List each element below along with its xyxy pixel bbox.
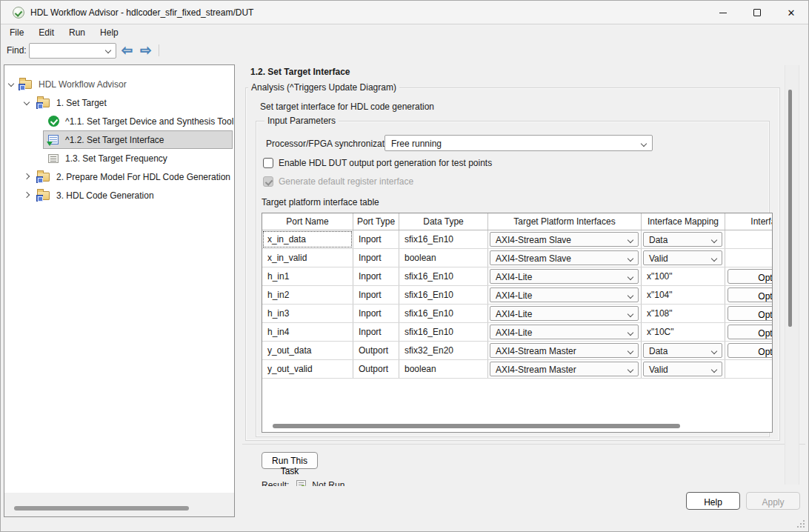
tree-horizontal-scrollbar[interactable] — [4, 493, 234, 516]
mapping-address-cell[interactable]: x"10C" — [642, 323, 725, 341]
task-icon — [48, 154, 59, 163]
interface-select[interactable]: AXI4-Lite — [490, 269, 639, 284]
maximize-icon — [753, 9, 761, 16]
header-interface-mapping: Interface Mapping — [642, 213, 725, 230]
mapping-address-cell[interactable]: x"100" — [642, 267, 725, 285]
header-port-name: Port Name — [262, 213, 353, 230]
interface-select[interactable]: AXI4-Stream Slave — [490, 250, 639, 265]
interface-table-label: Target platform interface table — [262, 197, 379, 207]
interface-options-button[interactable]: Options... — [728, 287, 773, 302]
toolbar-separator — [159, 44, 159, 56]
port-name-cell[interactable]: x_in_valid — [262, 249, 353, 267]
resize-grip[interactable] — [797, 520, 805, 528]
header-data-type: Data Type — [399, 213, 488, 230]
minimize-icon — [719, 13, 727, 13]
table-row: h_in3 Inport sfix16_En10 AXI4-Lite x"108… — [262, 305, 773, 323]
port-name-cell[interactable]: h_in1 — [262, 267, 353, 285]
chevron-down-icon[interactable] — [24, 99, 30, 105]
table-row: h_in4 Inport sfix16_En10 AXI4-Lite x"10C… — [262, 323, 773, 342]
mapping-select[interactable]: Data — [643, 343, 722, 358]
task-passed-icon — [48, 116, 59, 127]
port-name-cell[interactable]: h_in3 — [262, 305, 353, 322]
chevron-down-icon — [641, 141, 647, 147]
data-type-cell: sfix16_En10 — [399, 323, 488, 341]
menu-file[interactable]: File — [2, 24, 31, 41]
mapping-address-cell[interactable]: x"104" — [642, 286, 725, 304]
interface-select[interactable]: AXI4-Lite — [490, 287, 639, 302]
mapping-select[interactable]: Valid — [643, 250, 722, 265]
tree-item-set-target-interface[interactable]: ^1.2. Set Target Interface — [4, 130, 234, 149]
chevron-down-icon[interactable] — [8, 81, 14, 87]
folder-icon — [37, 191, 50, 200]
find-input[interactable] — [29, 43, 116, 59]
port-type-cell: Inport — [353, 249, 399, 267]
run-this-task-button[interactable]: Run This Task — [262, 452, 318, 469]
data-type-cell: boolean — [399, 249, 488, 267]
find-previous-button[interactable]: ⇦ — [121, 41, 133, 60]
menu-edit[interactable]: Edit — [31, 24, 61, 41]
find-next-button[interactable]: ⇨ — [140, 41, 151, 60]
table-row: h_in2 Inport sfix16_En10 AXI4-Lite x"104… — [262, 286, 773, 305]
interface-options-button[interactable]: Options... — [728, 325, 773, 339]
minimize-button[interactable] — [706, 1, 740, 24]
close-icon: ✕ — [788, 8, 796, 18]
mapping-select[interactable]: Data — [643, 232, 722, 247]
interface-select[interactable]: AXI4-Stream Slave — [490, 232, 639, 247]
menu-help[interactable]: Help — [93, 24, 126, 41]
testpoints-checkbox[interactable]: Enable HDL DUT output port generation fo… — [263, 158, 492, 168]
port-type-cell: Inport — [353, 323, 399, 341]
interface-options-button[interactable]: Options... — [728, 269, 773, 284]
header-port-type: Port Type — [353, 213, 399, 230]
tree-item-prepare-model[interactable]: 2. Prepare Model For HDL Code Generation — [4, 167, 234, 186]
not-run-icon — [296, 480, 306, 486]
interface-select[interactable]: AXI4-Lite — [490, 325, 639, 339]
tree-item-set-target-device[interactable]: ^1.1. Set Target Device and Synthesis To… — [4, 112, 234, 130]
scrollbar-thumb[interactable] — [14, 506, 189, 511]
port-name-cell[interactable]: h_in2 — [262, 286, 353, 304]
menu-run[interactable]: Run — [61, 24, 93, 41]
chevron-down-icon — [627, 293, 633, 299]
help-button[interactable]: Help — [686, 492, 740, 510]
mapping-select[interactable]: Valid — [643, 362, 722, 376]
sync-label: Processor/FPGA synchronization: — [266, 139, 399, 149]
interface-options-button[interactable]: Options... — [728, 306, 773, 321]
port-name-cell[interactable]: h_in4 — [262, 323, 353, 341]
table-row: x_in_valid Inport boolean AXI4-Stream Sl… — [262, 249, 773, 267]
mapping-address-cell[interactable]: x"108" — [642, 305, 725, 322]
chevron-down-icon — [105, 47, 111, 53]
sync-dropdown[interactable]: Free running — [384, 135, 653, 151]
scrollbar-thumb[interactable] — [788, 90, 792, 327]
interface-options-button[interactable]: Options... — [728, 343, 773, 358]
table-horizontal-scrollbar[interactable] — [273, 424, 680, 428]
interface-select[interactable]: AXI4-Lite — [490, 306, 639, 321]
maximize-button[interactable] — [740, 1, 774, 24]
interface-select[interactable]: AXI4-Stream Master — [490, 362, 639, 376]
tree-item-set-target-frequency[interactable]: 1.3. Set Target Frequency — [4, 149, 234, 167]
tree-item-set-target[interactable]: 1. Set Target — [4, 93, 234, 112]
folder-icon — [37, 173, 50, 182]
folder-icon — [19, 80, 32, 89]
apply-button[interactable]: Apply — [746, 492, 800, 510]
port-name-cell[interactable]: y_out_data — [262, 342, 353, 359]
port-type-cell: Inport — [353, 267, 399, 285]
menu-bar: File Edit Run Help — [1, 24, 808, 41]
table-row: x_in_data Inport sfix16_En10 AXI4-Stream… — [262, 230, 773, 249]
port-type-cell: Outport — [353, 342, 399, 359]
port-type-cell: Inport — [353, 305, 399, 322]
close-button[interactable]: ✕ — [774, 1, 808, 24]
chevron-right-icon[interactable] — [24, 173, 30, 179]
app-icon — [13, 7, 24, 19]
port-name-cell[interactable]: x_in_data — [262, 230, 353, 248]
chevron-down-icon — [627, 256, 633, 262]
chevron-right-icon[interactable] — [24, 192, 30, 198]
panel-divider — [242, 444, 805, 445]
analysis-legend: Analysis (^Triggers Update Diagram) — [248, 82, 399, 93]
tree-item-hdl-code-generation[interactable]: 3. HDL Code Generation — [4, 186, 234, 205]
register-interface-checkbox[interactable]: Generate default register interface — [263, 176, 413, 187]
chevron-down-icon — [627, 367, 633, 373]
chevron-down-icon — [627, 274, 633, 280]
port-name-cell[interactable]: y_out_valid — [262, 360, 353, 378]
vertical-scrollbar[interactable] — [785, 65, 799, 485]
tree-item-hdl-workflow-advisor[interactable]: HDL Workflow Advisor — [4, 75, 234, 93]
interface-select[interactable]: AXI4-Stream Master — [490, 343, 639, 358]
